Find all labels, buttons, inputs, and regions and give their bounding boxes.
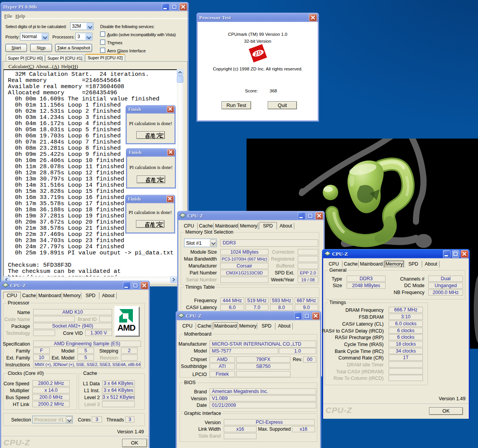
svg-text:AMD: AMD [117,323,135,333]
